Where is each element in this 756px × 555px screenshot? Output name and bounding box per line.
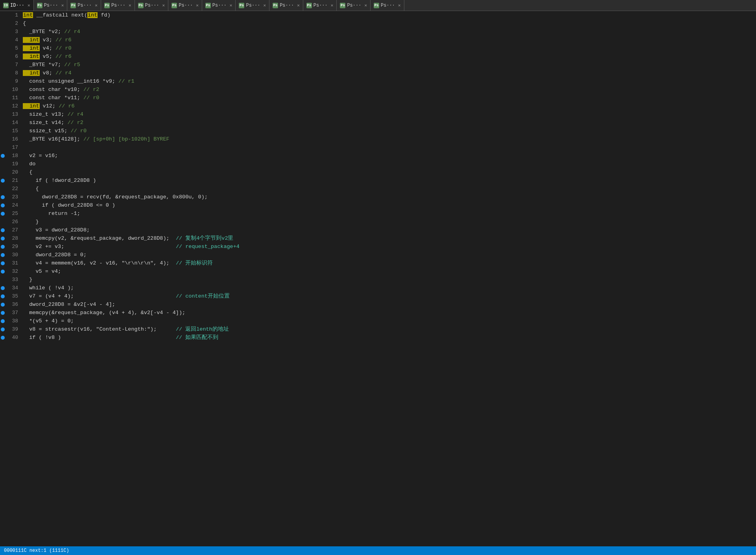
tab-id[interactable]: ID ID··· ✕	[0, 0, 34, 11]
lc-32[interactable]: v5 = v4;	[21, 267, 61, 276]
ln-15: 15	[6, 127, 21, 135]
lc-40[interactable]: if ( !v8 ) // 如果匹配不到	[21, 333, 218, 342]
tab-bar: ID ID··· ✕ Ps Ps··· ✕ Ps Ps··· ✕ Ps Ps··…	[0, 0, 756, 11]
code-line-40: 40 if ( !v8 ) // 如果匹配不到	[0, 333, 756, 342]
ln-25: 25	[6, 209, 21, 218]
lc-14[interactable]: size_t v14; // r2	[21, 118, 83, 127]
lc-25[interactable]: return -1;	[21, 209, 80, 218]
lc-13[interactable]: size_t v13; // r4	[21, 110, 83, 118]
ln-4: 4	[6, 36, 21, 44]
lc-3[interactable]: _BYTE *v2; // r4	[21, 28, 80, 36]
lc-11[interactable]: const char *v11; // r0	[21, 94, 99, 102]
bp-39	[0, 327, 6, 331]
tab-close-ps1[interactable]: ✕	[61, 3, 64, 8]
tab-close-ps2[interactable]: ✕	[95, 3, 98, 8]
bp-27	[0, 228, 6, 232]
code-area: 1 int __fastcall next(int fd) 2 { 3 _BYT…	[0, 11, 756, 546]
lc-7[interactable]: _BYTE *v7; // r5	[21, 61, 80, 69]
tab-close-ps7[interactable]: ✕	[264, 3, 266, 8]
code-line-17: 17	[0, 143, 756, 152]
tab-ps11[interactable]: Ps Ps··· ✕	[371, 0, 404, 11]
lc-29[interactable]: v2 += v3; // request_package+4	[21, 242, 240, 251]
lc-16[interactable]: _BYTE v16[4128]; // [sp+0h] [bp-1020h] B…	[21, 135, 170, 143]
tab-ps7[interactable]: Ps Ps··· ✕	[236, 0, 269, 11]
lc-20[interactable]: {	[21, 168, 32, 176]
code-line-2: 2 {	[0, 19, 756, 28]
lc-8[interactable]: int v8; // r4	[21, 69, 72, 77]
lc-18[interactable]: v2 = v16;	[21, 152, 58, 160]
lc-4[interactable]: int v3; // r6	[21, 36, 72, 44]
lc-27[interactable]: v3 = dword_228D8;	[21, 226, 90, 234]
lc-9[interactable]: const unsigned __int16 *v9; // r1	[21, 77, 135, 85]
code-lines[interactable]: 1 int __fastcall next(int fd) 2 { 3 _BYT…	[0, 11, 756, 546]
code-line-22: 22 {	[0, 185, 756, 193]
lc-19[interactable]: do	[21, 160, 35, 168]
tab-ps4[interactable]: Ps Ps··· ✕	[135, 0, 169, 11]
tab-close-ps10[interactable]: ✕	[364, 3, 367, 8]
lc-36[interactable]: dword_228D8 = &v2[-v4 - 4];	[21, 300, 115, 309]
tab-ps1[interactable]: Ps Ps··· ✕	[34, 0, 68, 11]
lc-28[interactable]: memcpy(v2, &request_package, dword_228D8…	[21, 234, 233, 242]
tab-ps9[interactable]: Ps Ps··· ✕	[303, 0, 337, 11]
bp-35	[0, 294, 6, 298]
lc-22[interactable]: {	[21, 185, 39, 193]
tab-label-ps9: Ps···	[313, 3, 328, 8]
tab-icon-ps6: Ps	[205, 3, 211, 8]
lc-15[interactable]: ssize_t v15; // r0	[21, 127, 87, 135]
code-line-3: 3 _BYTE *v2; // r4	[0, 28, 756, 36]
tab-close-ps6[interactable]: ✕	[230, 3, 232, 8]
code-line-34: 34 while ( !v4 );	[0, 284, 756, 292]
tab-ps6[interactable]: Ps Ps··· ✕	[202, 0, 236, 11]
tab-ps8[interactable]: Ps Ps··· ✕	[269, 0, 303, 11]
lc-1[interactable]: int __fastcall next(int fd)	[21, 11, 111, 19]
lc-33[interactable]: }	[21, 276, 32, 284]
ln-2: 2	[6, 19, 21, 28]
lc-34[interactable]: while ( !v4 );	[21, 284, 74, 292]
lc-38[interactable]: *(v5 + 4) = 0;	[21, 317, 74, 325]
ln-17: 17	[6, 143, 21, 152]
tab-icon-ps11: Ps	[374, 3, 379, 8]
tab-close-ps4[interactable]: ✕	[162, 3, 165, 8]
lc-23[interactable]: dword_228D8 = recv(fd, &request_package,…	[21, 193, 208, 201]
bp-38	[0, 319, 6, 323]
lc-39[interactable]: v8 = strcasestr(v16, "Content-Length:");…	[21, 325, 229, 333]
code-line-16: 16 _BYTE v16[4128]; // [sp+0h] [bp-1020h…	[0, 135, 756, 143]
tab-close-ps3[interactable]: ✕	[129, 3, 131, 8]
tab-ps10[interactable]: Ps Ps··· ✕	[337, 0, 371, 11]
tab-close-id[interactable]: ✕	[28, 3, 30, 8]
lc-12[interactable]: int v12; // r6	[21, 102, 75, 110]
code-line-30: 30 dword_228D8 = 0;	[0, 251, 756, 259]
tab-close-ps9[interactable]: ✕	[331, 3, 334, 8]
tab-label-ps4: Ps···	[145, 3, 159, 8]
tab-ps3[interactable]: Ps Ps··· ✕	[101, 0, 135, 11]
tab-icon-ps3: Ps	[104, 3, 110, 8]
bp-29	[0, 245, 6, 249]
tab-label-ps1: Ps···	[44, 3, 58, 8]
code-line-28: 28 memcpy(v2, &request_package, dword_22…	[0, 234, 756, 242]
ln-5: 5	[6, 44, 21, 52]
code-line-25: 25 return -1;	[0, 209, 756, 218]
ln-24: 24	[6, 201, 21, 209]
bp-32	[0, 270, 6, 274]
lc-10[interactable]: const char *v10; // r2	[21, 85, 99, 94]
lc-24[interactable]: if ( dword_228D8 <= 0 )	[21, 201, 115, 209]
lc-21[interactable]: if ( !dword_228D8 )	[21, 176, 96, 185]
tab-close-ps5[interactable]: ✕	[196, 3, 199, 8]
lc-2[interactable]: {	[21, 19, 26, 28]
tab-close-ps11[interactable]: ✕	[398, 3, 401, 8]
lc-31[interactable]: v4 = memmem(v16, v2 - v16, "\r\n\r\n", 4…	[21, 259, 213, 267]
ln-11: 11	[6, 94, 21, 102]
code-line-26: 26 }	[0, 218, 756, 226]
lc-5[interactable]: int v4; // r0	[21, 44, 72, 52]
tab-close-ps8[interactable]: ✕	[297, 3, 300, 8]
lc-26[interactable]: }	[21, 218, 39, 226]
tab-icon-ps2: Ps	[70, 3, 76, 8]
lc-37[interactable]: memcpy(&request_package, (v4 + 4), &v2[-…	[21, 309, 185, 317]
bp-37	[0, 311, 6, 315]
lc-35[interactable]: v7 = (v4 + 4); // content开始位置	[21, 292, 230, 300]
lc-6[interactable]: int v5; // r6	[21, 52, 72, 61]
tab-ps2[interactable]: Ps Ps··· ✕	[67, 0, 101, 11]
lc-30[interactable]: dword_228D8 = 0;	[21, 251, 87, 259]
bp-28	[0, 237, 6, 240]
tab-ps5[interactable]: Ps Ps··· ✕	[168, 0, 202, 11]
